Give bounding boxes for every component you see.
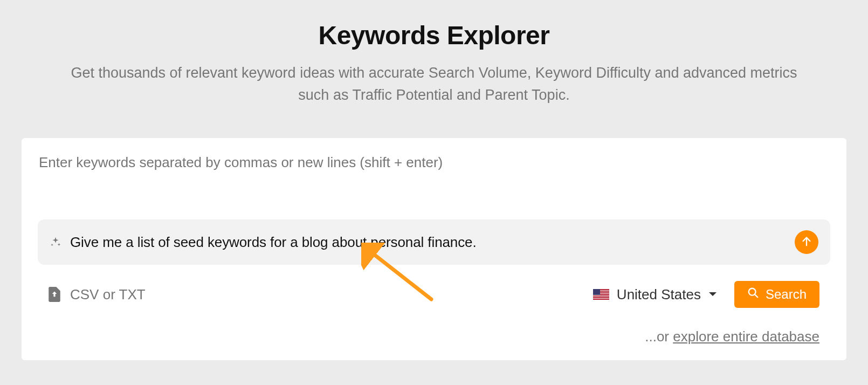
search-button-label: Search bbox=[766, 287, 807, 302]
search-button[interactable]: Search bbox=[734, 281, 819, 308]
search-icon bbox=[747, 287, 759, 302]
svg-line-2 bbox=[755, 294, 758, 298]
arrow-up-icon bbox=[801, 236, 812, 249]
explore-prefix: ...or bbox=[645, 328, 673, 345]
file-upload-button[interactable]: CSV or TXT bbox=[49, 286, 146, 303]
right-controls: United States Search bbox=[593, 281, 819, 308]
country-selector[interactable]: United States bbox=[593, 286, 717, 303]
bottom-controls: CSV or TXT United States bbox=[38, 281, 830, 308]
page-subtitle: Get thousands of relevant keyword ideas … bbox=[57, 62, 811, 106]
submit-ai-button[interactable] bbox=[795, 230, 818, 254]
search-card: Enter keywords separated by commas or ne… bbox=[22, 138, 846, 360]
ai-prompt-text: Give me a list of seed keywords for a bl… bbox=[70, 234, 786, 251]
country-label: United States bbox=[617, 286, 701, 303]
file-upload-label: CSV or TXT bbox=[70, 286, 146, 303]
page-title: Keywords Explorer bbox=[0, 0, 868, 50]
sparkle-icon bbox=[50, 236, 61, 248]
us-flag-icon bbox=[593, 289, 609, 300]
explore-database-row: ...or explore entire database bbox=[38, 328, 830, 345]
explore-database-link[interactable]: explore entire database bbox=[673, 328, 819, 345]
chevron-down-icon bbox=[708, 292, 717, 297]
ai-suggestion-input[interactable]: Give me a list of seed keywords for a bl… bbox=[38, 219, 830, 265]
keywords-input[interactable]: Enter keywords separated by commas or ne… bbox=[38, 154, 830, 171]
file-upload-icon bbox=[49, 287, 60, 302]
